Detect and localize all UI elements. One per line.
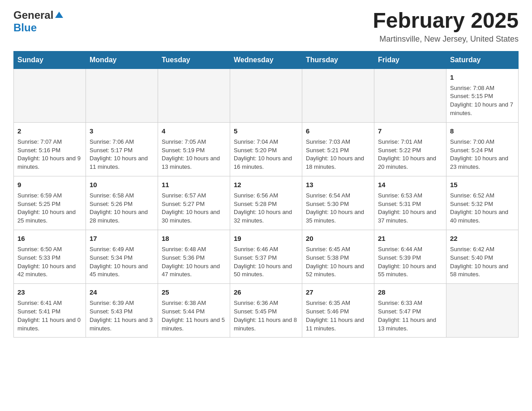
day-info: Sunrise: 6:56 AMSunset: 5:28 PMDaylight:… [234, 192, 298, 225]
calendar-cell: 18Sunrise: 6:48 AMSunset: 5:36 PMDayligh… [158, 230, 230, 284]
calendar-cell: 4Sunrise: 7:05 AMSunset: 5:19 PMDaylight… [158, 122, 230, 176]
calendar-cell: 27Sunrise: 6:35 AMSunset: 5:46 PMDayligh… [302, 284, 374, 338]
day-info: Sunrise: 7:06 AMSunset: 5:17 PMDaylight:… [90, 138, 154, 171]
calendar-cell [302, 68, 374, 122]
calendar-cell: 19Sunrise: 6:46 AMSunset: 5:37 PMDayligh… [230, 230, 302, 284]
calendar-cell: 26Sunrise: 6:36 AMSunset: 5:45 PMDayligh… [230, 284, 302, 338]
day-info: Sunrise: 7:07 AMSunset: 5:16 PMDaylight:… [17, 138, 82, 171]
calendar-cell: 6Sunrise: 7:03 AMSunset: 5:21 PMDaylight… [302, 122, 374, 176]
day-number: 3 [90, 126, 154, 136]
day-info: Sunrise: 6:38 AMSunset: 5:44 PMDaylight:… [162, 299, 226, 333]
day-info: Sunrise: 6:48 AMSunset: 5:36 PMDaylight:… [162, 245, 226, 279]
day-number: 8 [450, 126, 515, 136]
calendar-cell: 8Sunrise: 7:00 AMSunset: 5:24 PMDaylight… [446, 122, 519, 176]
calendar-cell [86, 68, 158, 122]
calendar-cell: 10Sunrise: 6:58 AMSunset: 5:26 PMDayligh… [86, 176, 158, 230]
page-title: February 2025 [373, 9, 519, 33]
day-number: 27 [306, 287, 370, 297]
day-number: 24 [90, 287, 154, 297]
day-number: 2 [17, 126, 82, 136]
day-number: 16 [17, 234, 82, 244]
logo-triangle-icon [55, 11, 63, 21]
day-number: 11 [162, 180, 226, 190]
day-info: Sunrise: 6:59 AMSunset: 5:25 PMDaylight:… [17, 192, 82, 225]
logo-blue-text: Blue [13, 21, 37, 34]
day-number: 18 [162, 234, 226, 244]
day-info: Sunrise: 7:03 AMSunset: 5:21 PMDaylight:… [306, 138, 370, 171]
day-info: Sunrise: 6:33 AMSunset: 5:47 PMDaylight:… [378, 299, 442, 333]
day-number: 25 [162, 287, 226, 297]
col-tuesday: Tuesday [158, 51, 230, 68]
calendar-cell: 16Sunrise: 6:50 AMSunset: 5:33 PMDayligh… [14, 230, 86, 284]
day-number: 1 [450, 73, 515, 82]
calendar-header-row: Sunday Monday Tuesday Wednesday Thursday… [14, 51, 519, 68]
calendar-cell: 24Sunrise: 6:39 AMSunset: 5:43 PMDayligh… [86, 284, 158, 338]
col-sunday: Sunday [14, 51, 86, 68]
calendar-cell: 9Sunrise: 6:59 AMSunset: 5:25 PMDaylight… [14, 176, 86, 230]
day-info: Sunrise: 7:08 AMSunset: 5:15 PMDaylight:… [450, 84, 515, 118]
calendar-cell: 11Sunrise: 6:57 AMSunset: 5:27 PMDayligh… [158, 176, 230, 230]
day-number: 26 [234, 287, 298, 297]
calendar-cell: 7Sunrise: 7:01 AMSunset: 5:22 PMDaylight… [374, 122, 446, 176]
day-number: 23 [17, 287, 82, 297]
col-monday: Monday [86, 51, 158, 68]
day-number: 9 [17, 180, 82, 190]
day-number: 21 [378, 234, 442, 244]
day-info: Sunrise: 6:58 AMSunset: 5:26 PMDaylight:… [90, 192, 154, 225]
calendar-cell: 3Sunrise: 7:06 AMSunset: 5:17 PMDaylight… [86, 122, 158, 176]
day-info: Sunrise: 6:44 AMSunset: 5:39 PMDaylight:… [378, 245, 442, 279]
calendar-table: Sunday Monday Tuesday Wednesday Thursday… [13, 51, 519, 338]
day-number: 15 [450, 180, 515, 190]
page-header: General Blue February 2025 Martinsville,… [13, 9, 519, 44]
day-info: Sunrise: 6:50 AMSunset: 5:33 PMDaylight:… [17, 245, 82, 279]
day-number: 22 [450, 234, 515, 244]
page-subtitle: Martinsville, New Jersey, United States [373, 34, 519, 44]
col-wednesday: Wednesday [230, 51, 302, 68]
day-info: Sunrise: 7:04 AMSunset: 5:20 PMDaylight:… [234, 138, 298, 171]
calendar-cell [14, 68, 86, 122]
calendar-cell: 15Sunrise: 6:52 AMSunset: 5:32 PMDayligh… [446, 176, 519, 230]
calendar-cell: 12Sunrise: 6:56 AMSunset: 5:28 PMDayligh… [230, 176, 302, 230]
day-info: Sunrise: 6:53 AMSunset: 5:31 PMDaylight:… [378, 192, 442, 225]
title-block: February 2025 Martinsville, New Jersey, … [373, 9, 519, 44]
day-info: Sunrise: 6:54 AMSunset: 5:30 PMDaylight:… [306, 192, 370, 225]
day-info: Sunrise: 6:41 AMSunset: 5:41 PMDaylight:… [17, 299, 82, 333]
day-number: 17 [90, 234, 154, 244]
day-number: 19 [234, 234, 298, 244]
day-number: 4 [162, 126, 226, 136]
day-info: Sunrise: 6:45 AMSunset: 5:38 PMDaylight:… [306, 245, 370, 279]
calendar-cell: 14Sunrise: 6:53 AMSunset: 5:31 PMDayligh… [374, 176, 446, 230]
logo: General Blue [13, 9, 63, 34]
calendar-cell: 13Sunrise: 6:54 AMSunset: 5:30 PMDayligh… [302, 176, 374, 230]
day-info: Sunrise: 6:35 AMSunset: 5:46 PMDaylight:… [306, 299, 370, 333]
calendar-cell [374, 68, 446, 122]
calendar-week-row: 2Sunrise: 7:07 AMSunset: 5:16 PMDaylight… [14, 122, 519, 176]
col-friday: Friday [374, 51, 446, 68]
day-number: 10 [90, 180, 154, 190]
calendar-week-row: 16Sunrise: 6:50 AMSunset: 5:33 PMDayligh… [14, 230, 519, 284]
day-info: Sunrise: 6:39 AMSunset: 5:43 PMDaylight:… [90, 299, 154, 333]
day-number: 28 [378, 287, 442, 297]
day-info: Sunrise: 6:57 AMSunset: 5:27 PMDaylight:… [162, 192, 226, 225]
calendar-week-row: 1Sunrise: 7:08 AMSunset: 5:15 PMDaylight… [14, 68, 519, 122]
day-info: Sunrise: 6:49 AMSunset: 5:34 PMDaylight:… [90, 245, 154, 279]
calendar-cell [230, 68, 302, 122]
day-number: 14 [378, 180, 442, 190]
day-info: Sunrise: 6:52 AMSunset: 5:32 PMDaylight:… [450, 192, 515, 225]
day-info: Sunrise: 7:01 AMSunset: 5:22 PMDaylight:… [378, 138, 442, 171]
calendar-cell: 23Sunrise: 6:41 AMSunset: 5:41 PMDayligh… [14, 284, 86, 338]
day-number: 12 [234, 180, 298, 190]
calendar-cell: 17Sunrise: 6:49 AMSunset: 5:34 PMDayligh… [86, 230, 158, 284]
calendar-cell [446, 284, 519, 338]
day-number: 20 [306, 234, 370, 244]
calendar-week-row: 23Sunrise: 6:41 AMSunset: 5:41 PMDayligh… [14, 284, 519, 338]
calendar-cell: 2Sunrise: 7:07 AMSunset: 5:16 PMDaylight… [14, 122, 86, 176]
calendar-cell [158, 68, 230, 122]
calendar-cell: 1Sunrise: 7:08 AMSunset: 5:15 PMDaylight… [446, 68, 519, 122]
day-number: 5 [234, 126, 298, 136]
day-number: 7 [378, 126, 442, 136]
day-info: Sunrise: 7:00 AMSunset: 5:24 PMDaylight:… [450, 138, 515, 171]
col-thursday: Thursday [302, 51, 374, 68]
day-info: Sunrise: 6:36 AMSunset: 5:45 PMDaylight:… [234, 299, 298, 333]
logo-general-text: General [13, 9, 53, 21]
